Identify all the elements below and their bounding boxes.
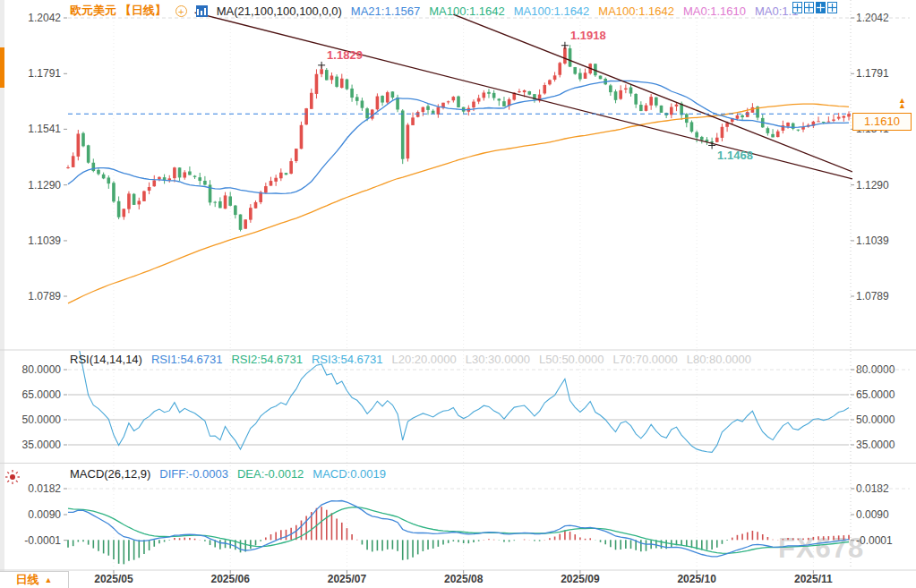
period-arrow-icon: ▲ [45, 575, 53, 584]
rsi-header: RSI(14,14,14) RSI1:54.6731RSI2:54.6731RS… [70, 353, 751, 366]
svg-text:1.1918: 1.1918 [570, 29, 606, 42]
rsi-value: L80:80.0000 [687, 353, 751, 366]
ma-value: MA0:1.1610 [683, 4, 746, 18]
svg-text:1.1829: 1.1829 [327, 48, 363, 62]
macd-value: DEA:-0.0012 [237, 467, 304, 481]
symbol-title: 欧元美元 【日线】 [70, 3, 167, 19]
rsi-value: L30:30.0000 [466, 353, 530, 366]
rsi-value: L20:20.0000 [391, 353, 456, 366]
ma-settings-label: MA(21,100,100,100,0,0) [217, 4, 342, 18]
macd-value: MACD:0.0019 [312, 467, 386, 481]
ma-value: MA100:1.1642 [598, 4, 674, 18]
chart-window: FX678 1.18291.19181.1468 欧元美元 【日线】 + MA(… [0, 0, 916, 588]
macd-values-row: DIFF:-0.0003DEA:-0.0012MACD:0.0019 [159, 467, 386, 481]
marker-settings-icon[interactable] [4, 469, 21, 485]
add-indicator-icon[interactable]: + [175, 5, 187, 17]
ma-value: MA100:1.1642 [429, 4, 505, 18]
rsi-value: RSI2:54.6731 [231, 353, 303, 366]
rsi-value: L70:70.0000 [612, 353, 677, 366]
rsi-value: L50:50.0000 [539, 353, 604, 366]
rsi-value: RSI3:54.6731 [312, 353, 383, 366]
collapse-right-icon[interactable] [827, 2, 837, 13]
rsi-values-row: RSI1:54.6731RSI2:54.6731RSI3:54.6731L20:… [151, 353, 751, 366]
ma-value: MA21:1.1567 [351, 4, 420, 18]
pan-move-icon[interactable] [792, 2, 802, 13]
current-price-tag: 1.1610 [852, 113, 912, 131]
scale-axis-icon[interactable] [804, 2, 814, 13]
main-chart-header: 欧元美元 【日线】 + MA(21,100,100,100,0,0) MA21:… [70, 3, 798, 19]
symbol-name: 欧元美元 [70, 4, 116, 17]
period-selector-button[interactable]: 日线 ▲ [0, 571, 69, 588]
svg-text:1.1468: 1.1468 [717, 149, 753, 162]
macd-header: MACD(26,12,9) DIFF:-0.0003DEA:-0.0012MAC… [70, 467, 386, 481]
rsi-title: RSI(14,14,14) [70, 353, 142, 366]
chart-toolbar [792, 2, 837, 13]
macd-title: MACD(26,12,9) [70, 467, 150, 481]
candlestick-chart-icon[interactable] [196, 5, 208, 17]
macd-value: DIFF:-0.0003 [159, 467, 228, 481]
period-label: 日线 [16, 572, 39, 588]
scale-axis-filled-icon[interactable] [816, 2, 826, 13]
price-up-arrows-icon: ▲▲ [898, 98, 906, 108]
chart-canvas[interactable]: 1.18291.19181.1468 [0, 0, 916, 588]
rsi-value: RSI1:54.6731 [151, 353, 223, 366]
period-tag: 【日线】 [120, 4, 167, 17]
ma-values-row: MA21:1.1567MA100:1.1642MA100:1.1642MA100… [351, 4, 799, 18]
ma-value: MA100:1.1642 [514, 4, 590, 18]
